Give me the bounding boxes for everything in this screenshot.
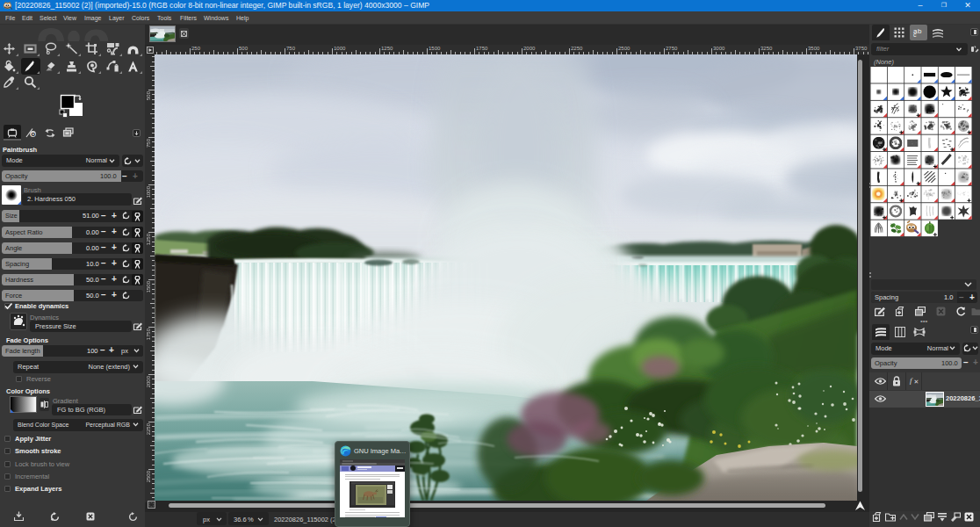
svg-text:o: o: [32, 130, 36, 138]
